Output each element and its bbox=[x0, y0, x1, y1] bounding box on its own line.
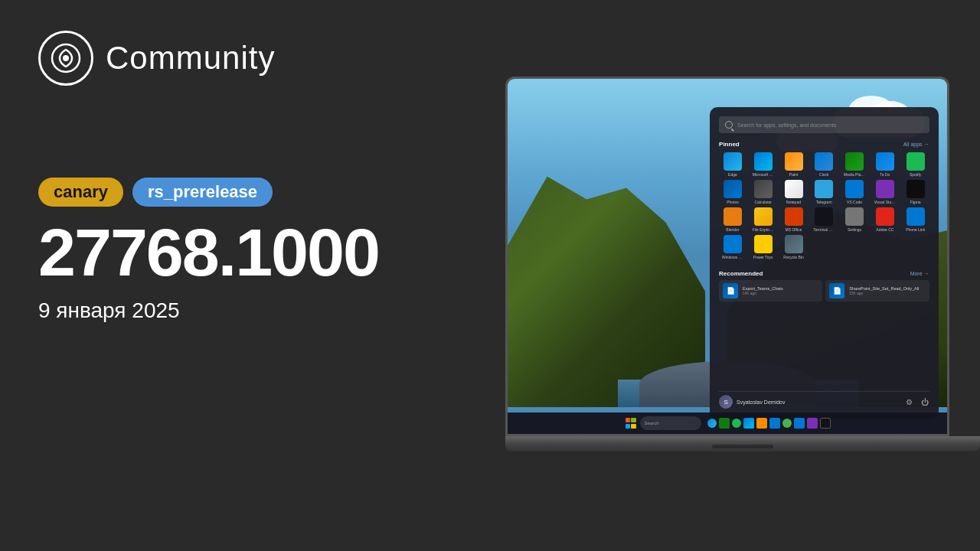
more-link[interactable]: More → bbox=[910, 271, 929, 276]
taskbar-search-text: Search bbox=[645, 421, 659, 425]
app-icon bbox=[845, 180, 864, 198]
recommended-label: Recommended bbox=[719, 270, 763, 277]
pinned-label: Pinned bbox=[719, 141, 740, 148]
pinned-apps-grid: EdgeMicrosoft StorePaintClockMedia Playe… bbox=[719, 152, 929, 259]
taskbar: Search bbox=[508, 412, 947, 434]
pinned-app-item[interactable]: Settings bbox=[841, 207, 868, 232]
release-date: 9 января 2025 bbox=[38, 298, 452, 323]
win-logo-cell-4 bbox=[631, 424, 635, 429]
pinned-app-item[interactable]: Edge bbox=[719, 152, 746, 177]
app-icon bbox=[785, 180, 803, 198]
pinned-app-item[interactable]: Visual Studio bbox=[871, 180, 899, 204]
pinned-app-item[interactable]: Microsoft Store bbox=[750, 152, 777, 177]
taskbar-icon-7[interactable] bbox=[782, 419, 792, 428]
app-icon bbox=[815, 152, 833, 171]
app-label: Blender bbox=[726, 227, 739, 232]
app-icon bbox=[724, 207, 742, 226]
pinned-app-item[interactable]: Calculator bbox=[750, 180, 777, 204]
app-icon bbox=[785, 152, 803, 171]
app-label: VS Code bbox=[847, 200, 862, 204]
recommended-item[interactable]: 📄 Export_Teams_Chats 14h ago bbox=[719, 280, 822, 302]
pinned-app-item[interactable]: Terminal Preview bbox=[810, 207, 838, 232]
app-icon bbox=[876, 180, 894, 198]
rec-item-text: Export_Teams_Chats 14h ago bbox=[743, 286, 818, 295]
app-label: To Do bbox=[880, 172, 890, 177]
user-info: S Svyatoslav Demidov bbox=[719, 395, 785, 409]
taskbar-icon-5[interactable] bbox=[756, 418, 767, 429]
app-label: Notepad bbox=[786, 200, 801, 204]
pinned-app-item[interactable]: VS Code bbox=[841, 180, 868, 204]
power-action-icon[interactable]: ⏻ bbox=[920, 397, 929, 406]
app-label: Photos bbox=[727, 200, 739, 204]
pinned-app-item[interactable]: Recycle Bin bbox=[780, 235, 808, 259]
app-icon bbox=[724, 180, 742, 198]
app-label: Clock bbox=[819, 172, 829, 177]
app-icon bbox=[724, 235, 742, 253]
pinned-app-item[interactable]: Media Player bbox=[841, 152, 868, 177]
pinned-app-item[interactable]: Adobe CC bbox=[871, 207, 899, 232]
app-label: Visual Studio bbox=[874, 200, 896, 204]
pinned-app-item[interactable]: Paint bbox=[780, 152, 808, 177]
user-name: Svyatoslav Demidov bbox=[737, 399, 785, 405]
rec-item-icon: 📄 bbox=[829, 283, 844, 298]
badge-prerelease: rs_prerelease bbox=[132, 178, 273, 207]
pinned-app-item[interactable]: Phone Link bbox=[902, 207, 929, 232]
start-menu: Search for apps, settings, and documents… bbox=[710, 107, 938, 419]
start-search-icon bbox=[725, 121, 733, 129]
app-icon bbox=[876, 207, 894, 226]
badges-row: canary rs_prerelease bbox=[38, 178, 452, 207]
pinned-app-item[interactable]: To Do bbox=[871, 152, 899, 177]
svg-point-1 bbox=[63, 55, 69, 61]
version-number: 27768.1000 bbox=[38, 219, 452, 286]
start-search-bar[interactable]: Search for apps, settings, and documents bbox=[719, 116, 929, 133]
app-label: Microsoft Store bbox=[753, 172, 774, 177]
taskbar-search[interactable]: Search bbox=[640, 416, 701, 430]
taskbar-edge-icon[interactable] bbox=[707, 419, 717, 428]
taskbar-start-button[interactable] bbox=[625, 417, 637, 429]
pinned-app-item[interactable]: Photos bbox=[719, 180, 746, 204]
windows-logo-icon bbox=[626, 418, 636, 429]
app-label: Spotify bbox=[910, 172, 921, 177]
start-search-placeholder: Search for apps, settings, and documents bbox=[737, 122, 836, 128]
taskbar-app-icons bbox=[707, 418, 831, 429]
rec-item-time: 14h ago bbox=[743, 291, 818, 295]
app-label: File Explorer bbox=[753, 227, 774, 232]
pinned-app-item[interactable]: Clock bbox=[810, 152, 838, 177]
pinned-app-item[interactable]: Figma bbox=[902, 180, 929, 204]
right-panel: Search for apps, settings, and documents… bbox=[490, 0, 980, 551]
taskbar-store-icon[interactable] bbox=[743, 418, 754, 429]
rec-item-icon: 📄 bbox=[723, 283, 738, 298]
taskbar-spotify-icon[interactable] bbox=[732, 419, 741, 428]
pinned-app-item[interactable]: Power Toys bbox=[750, 235, 777, 259]
community-label: Community bbox=[106, 40, 275, 77]
app-label: Paint bbox=[789, 172, 798, 177]
logo-area: Community bbox=[38, 31, 452, 86]
pinned-app-item[interactable]: Blender bbox=[719, 207, 746, 232]
pinned-app-item[interactable]: MS Office bbox=[780, 207, 808, 232]
pinned-app-item[interactable]: Notepad bbox=[780, 180, 808, 204]
app-label: Media Player bbox=[844, 172, 865, 177]
app-icon bbox=[906, 207, 925, 226]
pinned-app-item[interactable]: Windows 365 bbox=[719, 235, 746, 259]
taskbar-icon-6[interactable] bbox=[769, 418, 780, 429]
settings-action-icon[interactable]: ⚙ bbox=[905, 397, 914, 406]
pinned-section-header: Pinned All apps → bbox=[719, 141, 929, 148]
taskbar-vscode-icon[interactable] bbox=[794, 418, 805, 429]
user-bar: S Svyatoslav Demidov ⚙ ⏻ bbox=[719, 391, 929, 410]
app-icon bbox=[754, 207, 773, 226]
badge-canary: canary bbox=[38, 178, 123, 207]
taskbar-terminal-icon[interactable] bbox=[820, 418, 831, 429]
app-icon bbox=[906, 180, 925, 198]
pinned-app-item[interactable]: File Explorer bbox=[750, 207, 777, 232]
taskbar-icon-9[interactable] bbox=[807, 418, 818, 429]
app-label: MS Office bbox=[786, 227, 802, 232]
pinned-app-item[interactable]: Telegram bbox=[810, 180, 838, 204]
all-apps-link[interactable]: All apps → bbox=[903, 142, 929, 147]
app-label: Figma bbox=[910, 200, 921, 204]
pinned-app-item[interactable]: Spotify bbox=[902, 152, 929, 177]
left-panel: Community canary rs_prerelease 27768.100… bbox=[0, 0, 490, 551]
taskbar-icon-2[interactable] bbox=[719, 418, 730, 429]
recommended-item[interactable]: 📄 SharePoint_Site_Set_Read_Only_All 15h … bbox=[825, 280, 929, 302]
laptop-mockup: Search for apps, settings, and documents… bbox=[505, 77, 949, 474]
laptop-screen: Search for apps, settings, and documents… bbox=[505, 77, 949, 436]
